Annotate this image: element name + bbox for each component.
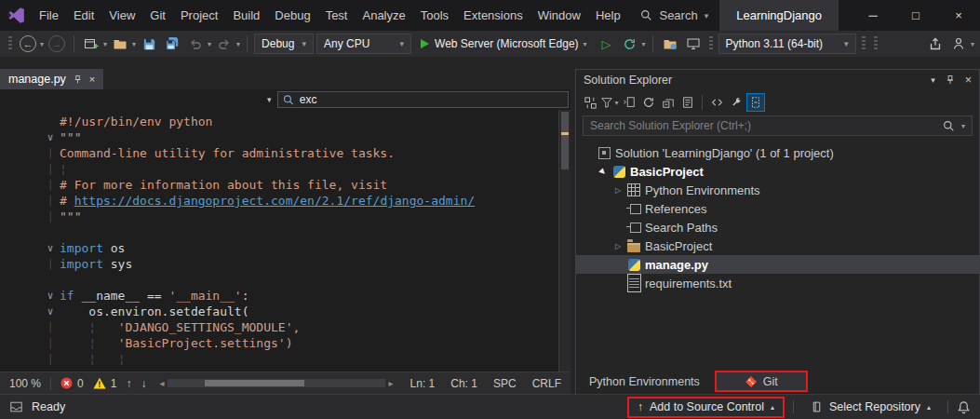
feedback-icon[interactable] <box>9 400 23 413</box>
tree-item-basicproject[interactable]: ▶BasicProject <box>576 162 979 181</box>
fold-collapse-icon[interactable]: ∨ <box>41 288 60 304</box>
save-button[interactable] <box>139 34 159 54</box>
collapse-all-button[interactable] <box>659 93 678 112</box>
tree-item-python-environments[interactable]: ▷Python Environments <box>576 181 979 199</box>
navigation-dropdown-icon[interactable]: ▾ <box>267 95 272 104</box>
menu-item-test[interactable]: Test <box>318 0 356 31</box>
settings-button[interactable] <box>727 93 745 112</box>
restart-button[interactable] <box>620 34 640 54</box>
scroll-right-icon[interactable]: ▸ <box>389 378 394 388</box>
scrollbar-thumb[interactable] <box>561 112 569 169</box>
warnings-indicator[interactable]: 1 <box>93 377 117 390</box>
navigate-forward-button[interactable]: → <box>47 34 67 54</box>
errors-indicator[interactable]: 0 <box>60 377 84 390</box>
solution-explorer-search[interactable]: ▾ <box>583 115 973 136</box>
chevron-down-icon[interactable]: ▾ <box>642 40 646 48</box>
code-area[interactable]: #!/usr/bin/env python∨"""│Command-line u… <box>0 110 558 372</box>
menu-item-edit[interactable]: Edit <box>66 0 101 31</box>
maximize-button[interactable]: □ <box>894 0 937 31</box>
web-server-button[interactable] <box>683 34 704 54</box>
show-all-files-button[interactable] <box>746 93 765 112</box>
live-share-button[interactable] <box>948 34 969 54</box>
close-button[interactable]: × <box>937 0 980 31</box>
chevron-down-icon[interactable]: ▾ <box>132 40 136 48</box>
chevron-down-icon[interactable]: ▾ <box>103 40 107 48</box>
menu-item-window[interactable]: Window <box>530 0 588 31</box>
solution-explorer-header[interactable]: Solution Explorer ▾ × <box>576 70 979 90</box>
tab-git[interactable]: Git <box>715 371 808 392</box>
line-ending-indicator[interactable]: CRLF <box>532 377 561 390</box>
menu-item-extensions[interactable]: Extensions <box>456 0 530 31</box>
chevron-down-icon[interactable]: ▾ <box>236 40 240 48</box>
chevron-down-icon[interactable]: ▾ <box>208 40 211 48</box>
column-indicator[interactable]: Ch: 1 <box>450 377 477 390</box>
minimize-button[interactable]: ─ <box>852 0 894 31</box>
menu-item-help[interactable]: Help <box>588 0 628 31</box>
toolbar-overflow-grip[interactable] <box>874 36 878 51</box>
zoom-control[interactable]: 100 % <box>9 377 41 390</box>
start-debugging-button[interactable]: Web Server (Microsoft Edge) ▾ <box>414 34 594 54</box>
editor-search-box[interactable] <box>277 91 569 108</box>
menu-item-debug[interactable]: Debug <box>267 0 317 31</box>
menu-item-build[interactable]: Build <box>225 0 267 31</box>
menu-item-view[interactable]: View <box>101 0 142 31</box>
open-file-button[interactable] <box>110 34 130 54</box>
start-without-debugging-button[interactable]: ▷ <box>597 34 617 54</box>
tab-manage-py[interactable]: manage.py × <box>0 69 103 89</box>
solution-platforms-dropdown[interactable]: Any CPU ▾ <box>316 34 411 54</box>
undo-button[interactable] <box>185 34 206 54</box>
toolbar-overflow-grip[interactable] <box>862 36 866 51</box>
solution-explorer-search-input[interactable] <box>590 119 936 132</box>
tab-python-environments[interactable]: Python Environments <box>579 371 710 392</box>
tree-item-requirements-txt[interactable]: requirements.txt <box>576 274 979 292</box>
chevron-down-icon[interactable]: ▾ <box>961 122 965 130</box>
properties-button[interactable] <box>678 93 697 112</box>
toolbar-grip[interactable] <box>709 36 713 51</box>
spaces-indicator[interactable]: SPC <box>493 377 517 390</box>
preview-code-button[interactable] <box>707 93 726 112</box>
notifications-bell-icon[interactable] <box>957 400 971 414</box>
chevron-down-icon[interactable]: ▾ <box>40 40 44 48</box>
editor-horizontal-scrollbar[interactable]: ◂ ▸ <box>159 378 393 388</box>
redo-button[interactable] <box>214 34 235 54</box>
fold-collapse-icon[interactable]: ∨ <box>41 304 60 319</box>
chevron-down-icon[interactable]: ▾ <box>971 40 974 48</box>
titlebar-search[interactable]: Search ▾ <box>629 0 719 31</box>
window-position-icon[interactable]: ▾ <box>931 75 935 85</box>
sync-with-active-document-button[interactable] <box>620 93 638 112</box>
select-repository-button[interactable]: Select Repository ▴ <box>802 397 939 418</box>
add-to-source-control-button[interactable]: ↑ Add to Source Control ▴ <box>627 397 785 418</box>
menu-item-tools[interactable]: Tools <box>413 0 456 31</box>
solution-name-box[interactable]: LearningDjango <box>719 0 839 31</box>
switch-views-button[interactable] <box>581 93 599 112</box>
tree-item-basicproject[interactable]: ▷BasicProject <box>576 237 979 255</box>
menu-item-git[interactable]: Git <box>142 0 173 31</box>
scrollbar-track[interactable] <box>168 379 384 387</box>
browser-link-button[interactable] <box>660 34 680 54</box>
close-pane-icon[interactable]: × <box>965 74 972 87</box>
previous-issue-button[interactable]: ↑ <box>126 377 131 390</box>
menu-item-project[interactable]: Project <box>173 0 225 31</box>
save-all-button[interactable] <box>162 34 182 54</box>
filter-button[interactable]: ▾ <box>600 93 619 112</box>
scrollbar-thumb[interactable] <box>205 380 304 386</box>
fold-collapse-icon[interactable]: ∨ <box>41 129 60 145</box>
menu-item-file[interactable]: File <box>32 0 66 31</box>
tree-item-references[interactable]: References <box>576 199 979 218</box>
new-project-button[interactable] <box>81 34 101 54</box>
pin-icon[interactable] <box>945 74 956 86</box>
share-button[interactable] <box>925 34 946 54</box>
expanded-expander-icon[interactable]: ▶ <box>596 164 611 179</box>
fold-collapse-icon[interactable]: ∨ <box>41 240 60 256</box>
toolbar-grip[interactable] <box>8 36 12 51</box>
collapsed-expander-icon[interactable]: ▷ <box>611 242 624 250</box>
refresh-button[interactable] <box>639 93 658 112</box>
next-issue-button[interactable]: ↓ <box>141 377 146 390</box>
tree-item-search-paths[interactable]: Search Paths <box>576 218 979 237</box>
close-tab-icon[interactable]: × <box>89 74 95 85</box>
tree-item-manage-py[interactable]: manage.py <box>576 255 979 274</box>
tree-item-solution-learningdjango-1-of-1-project[interactable]: Solution 'LearningDjango' (1 of 1 projec… <box>576 143 979 162</box>
editor-search-input[interactable] <box>300 93 563 106</box>
editor-vertical-scrollbar[interactable] <box>558 110 571 372</box>
line-indicator[interactable]: Ln: 1 <box>410 377 436 390</box>
